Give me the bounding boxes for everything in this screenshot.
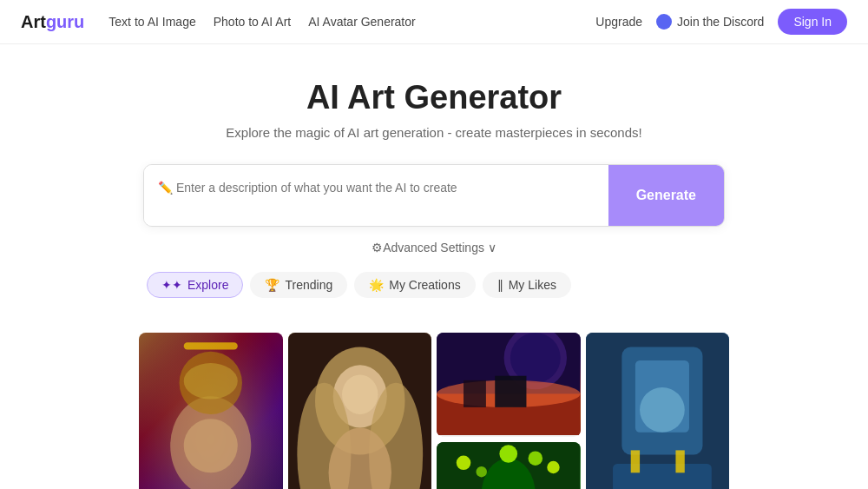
svg-point-2 (180, 352, 242, 414)
svg-point-18 (437, 380, 581, 407)
svg-rect-17 (437, 393, 581, 435)
discord-label: Join the Discord (677, 15, 764, 29)
gallery-grid (139, 333, 729, 489)
tab-my-creations-label: My Creations (389, 278, 460, 292)
tab-my-likes-label: My Likes (509, 278, 556, 292)
gallery-image-5[interactable] (437, 442, 581, 489)
svg-rect-28 (675, 450, 684, 472)
svg-rect-19 (464, 380, 486, 407)
tab-explore[interactable]: ✦✦ Explore (147, 272, 243, 298)
upgrade-button[interactable]: Upgrade (595, 15, 642, 29)
svg-point-33 (499, 445, 517, 463)
svg-point-34 (547, 461, 559, 473)
svg-point-15 (504, 333, 567, 389)
svg-point-16 (510, 333, 561, 383)
hero-section: AI Art Generator Explore the magic of AI… (0, 44, 868, 333)
svg-rect-14 (437, 333, 581, 435)
svg-point-8 (332, 365, 386, 427)
header-right: Upgrade Join the Discord Sign In (595, 9, 847, 35)
svg-rect-27 (630, 450, 639, 472)
discord-button[interactable]: Join the Discord (656, 14, 764, 30)
advanced-settings-toggle[interactable]: ⚙Advanced Settings ∨ (17, 241, 851, 254)
tab-my-likes[interactable]: ‖ My Likes (483, 272, 571, 298)
signin-button[interactable]: Sign In (778, 9, 847, 35)
my-creations-icon: 🌟 (369, 278, 384, 292)
discord-icon (656, 14, 672, 30)
gallery-image-2[interactable] (288, 333, 432, 489)
tab-explore-label: Explore (187, 278, 228, 292)
svg-point-35 (477, 466, 487, 477)
svg-rect-5 (184, 342, 238, 349)
svg-rect-20 (495, 376, 526, 407)
svg-rect-23 (635, 360, 688, 433)
gallery-image-4[interactable] (586, 333, 730, 489)
svg-point-1 (170, 396, 251, 489)
chevron-down-icon: ∨ (488, 241, 496, 254)
svg-rect-21 (586, 333, 730, 489)
explore-icon: ✦✦ (161, 278, 182, 292)
prompt-input-area: Generate (143, 164, 725, 227)
svg-point-36 (529, 451, 543, 466)
svg-rect-6 (288, 333, 432, 489)
main-nav: Text to AI Image Photo to AI Art AI Avat… (108, 15, 415, 29)
nav-photo-to-ai[interactable]: Photo to AI Art (214, 15, 292, 29)
logo[interactable]: Artguru (21, 12, 84, 32)
generate-button[interactable]: Generate (608, 165, 724, 226)
nav-text-to-ai[interactable]: Text to AI Image (108, 15, 195, 29)
svg-rect-29 (437, 442, 581, 489)
trending-icon: 🏆 (265, 278, 279, 292)
svg-rect-0 (139, 333, 283, 489)
svg-rect-25 (613, 464, 712, 489)
hero-subtitle: Explore the magic of AI art generation -… (17, 125, 851, 140)
filter-tabs: ✦✦ Explore 🏆 Trending 🌟 My Creations ‖ M… (143, 272, 725, 298)
gallery-section (139, 333, 729, 489)
svg-rect-22 (621, 347, 702, 454)
advanced-settings-label: ⚙Advanced Settings (372, 241, 484, 254)
prompt-input[interactable] (144, 165, 608, 226)
svg-point-4 (184, 419, 238, 472)
logo-guru-text: guru (46, 12, 84, 32)
svg-point-3 (184, 363, 238, 399)
svg-point-9 (297, 383, 351, 489)
svg-point-10 (369, 383, 423, 489)
header: Artguru Text to AI Image Photo to AI Art… (0, 0, 868, 44)
svg-point-31 (482, 459, 536, 489)
svg-point-24 (640, 387, 685, 433)
header-left: Artguru Text to AI Image Photo to AI Art… (21, 12, 416, 32)
page-title: AI Art Generator (17, 79, 851, 116)
nav-ai-avatar[interactable]: AI Avatar Generator (308, 15, 415, 29)
svg-point-13 (342, 375, 378, 415)
tab-trending-label: Trending (285, 278, 332, 292)
tab-trending[interactable]: 🏆 Trending (250, 272, 347, 298)
svg-point-11 (328, 428, 391, 489)
gallery-image-3[interactable] (437, 333, 581, 437)
svg-point-32 (457, 456, 471, 471)
logo-art-text: Art (21, 12, 46, 32)
gallery-image-1[interactable] (139, 333, 283, 489)
svg-point-7 (315, 347, 404, 454)
my-likes-icon: ‖ (497, 278, 503, 292)
tab-my-creations[interactable]: 🌟 My Creations (354, 272, 475, 298)
